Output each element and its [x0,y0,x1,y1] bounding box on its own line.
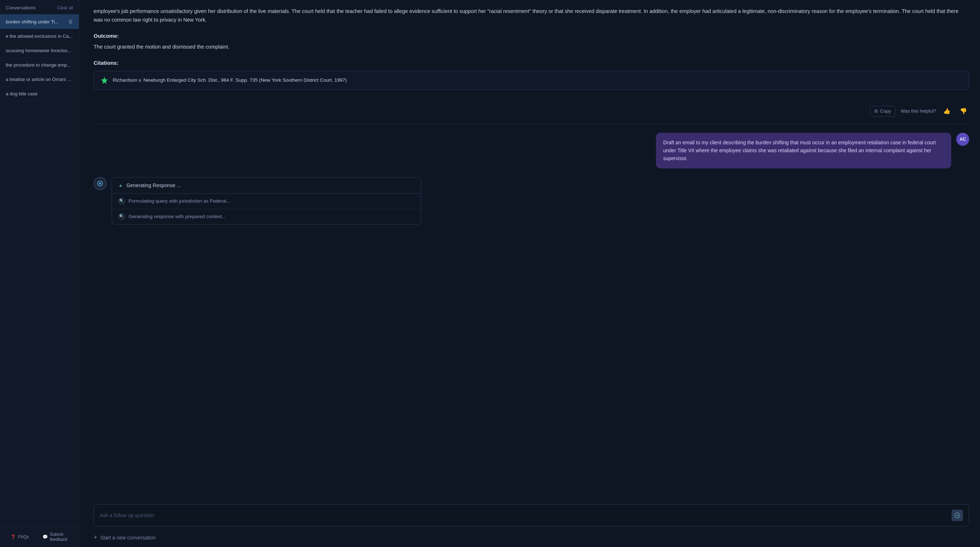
send-icon [955,512,960,518]
search-icon-1: 🔍 [118,198,125,204]
ai-message-wrap: ▲ Generating Response ... 🔍 Formulating … [79,174,980,230]
response-body-text: employee's job performance unsatisfactor… [94,7,969,24]
copy-button[interactable]: ⧉ Copy [870,106,896,117]
sidebar-title: Conversations [6,5,36,10]
send-button[interactable] [951,510,963,521]
plus-icon: + [94,534,97,541]
copy-icon: ⧉ [875,108,878,114]
thumbs-up-button[interactable]: 👍 [941,106,953,116]
thumbs-down-button[interactable]: 👎 [958,106,969,116]
generating-block: ▲ Generating Response ... 🔍 Formulating … [111,177,421,224]
user-message-bubble: Draft an email to my client describing t… [656,133,951,169]
sidebar-bottom: ❓ FAQs 💬 Submit feedback [0,526,79,547]
feedback-icon: 💬 [43,534,48,539]
step-text-1: Formulating query with jurisdiction as F… [129,198,231,204]
svg-point-1 [99,183,101,184]
citations-label: Citations: [94,59,969,68]
chevron-up-icon: ▲ [118,183,123,188]
generating-header-text: Generating Response ... [126,183,181,188]
sidebar-item-label: burden shifting under Ti... [6,19,65,24]
user-message-text: Draft an email to my client describing t… [663,140,936,162]
ai-response-block: employee's job performance unsatisfactor… [79,0,980,102]
citation-box: Richardson v. Newburgh Enlarged City Sch… [94,71,969,90]
outcome-label: Outcome: [94,32,969,41]
user-message-wrap: Draft an email to my client describing t… [79,124,980,174]
generating-step-1: 🔍 Formulating query with jurisdiction as… [112,194,421,209]
sidebar-item-label: scussing homeowner foreclos... [6,48,73,53]
feedback-label: Submit feedback [50,532,76,542]
helpful-label: Was this helpful? [900,108,936,114]
sidebar-item-label: a dog bite case [6,91,73,97]
faqs-icon: ❓ [10,534,16,539]
new-conversation-button[interactable]: + Start a new conversation [79,530,980,547]
delete-icon[interactable]: 🗑 [68,19,73,24]
sidebar-item-2[interactable]: e the allowed exclusions in Ca... [0,29,79,43]
ai-avatar [94,177,107,190]
submit-feedback-button[interactable]: 💬 Submit feedback [40,527,79,547]
input-area [79,499,980,530]
citation-text: Richardson v. Newburgh Enlarged City Sch… [113,76,347,84]
faqs-button[interactable]: ❓ FAQs [0,527,40,547]
sidebar-item-label: e the allowed exclusions in Ca... [6,33,73,39]
search-icon-2: 🔍 [118,213,125,220]
sidebar-item-4[interactable]: the procedure to change emp... [0,58,79,72]
faqs-label: FAQs [18,534,29,539]
sidebar-item-5[interactable]: a treatise or article on Omani ... [0,72,79,87]
sidebar: Conversations Clear all burden shifting … [0,0,79,547]
outcome-text: The court granted the motion and dismiss… [94,43,969,51]
sidebar-header: Conversations Clear all [0,0,79,14]
generating-step-2: 🔍 Generating response with prepared cont… [112,209,421,224]
chat-area: employee's job performance unsatisfactor… [79,0,980,499]
generating-header[interactable]: ▲ Generating Response ... [112,177,421,194]
action-bar: ⧉ Copy Was this helpful? 👍 👎 [79,102,980,124]
input-box [94,504,969,526]
user-avatar: AC [956,133,969,146]
sidebar-item-label: the procedure to change emp... [6,62,73,68]
sidebar-item-1[interactable]: burden shifting under Ti... 🗑 [0,14,79,29]
copy-label: Copy [880,108,891,114]
citation-icon [100,76,108,84]
sidebar-item-3[interactable]: scussing homeowner foreclos... [0,43,79,58]
step-text-2: Generating response with prepared contex… [129,214,226,219]
clear-all-button[interactable]: Clear all [57,5,73,10]
new-conversation-label: Start a new conversation [100,535,156,541]
sidebar-item-6[interactable]: a dog bite case [0,87,79,101]
sidebar-item-label: a treatise or article on Omani ... [6,77,73,82]
follow-up-input[interactable] [100,512,947,518]
main-content: employee's job performance unsatisfactor… [79,0,980,547]
